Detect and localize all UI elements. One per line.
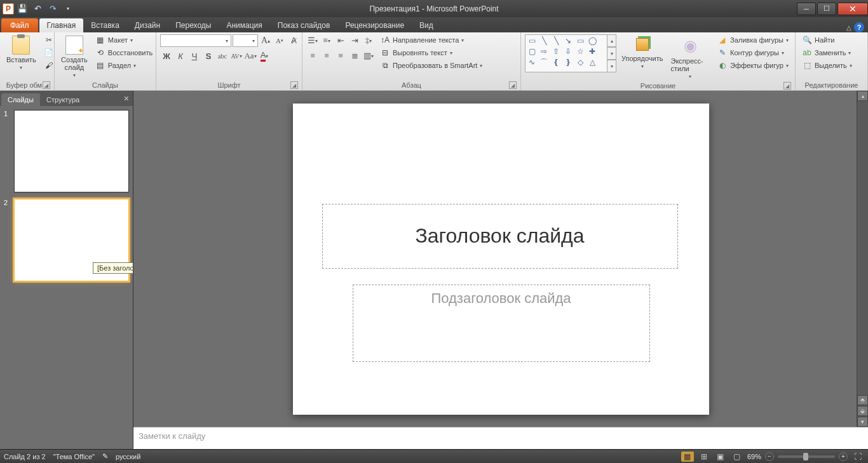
font-size-combo[interactable]: ▾ [233, 34, 258, 47]
shape-line-icon[interactable]: ╲ [539, 36, 549, 45]
title-placeholder[interactable]: Заголовок слайда [322, 204, 678, 269]
minimize-ribbon-icon[interactable]: △ [846, 24, 851, 31]
shape-triangle-icon[interactable]: △ [587, 58, 597, 67]
replace-button[interactable]: abЗаменить ▾ [799, 47, 855, 58]
shape-effects-button[interactable]: ◐Эффекты фигур ▾ [715, 60, 791, 71]
help-icon[interactable]: ? [854, 22, 864, 32]
zoom-slider-thumb[interactable] [803, 453, 808, 460]
shape-diamond-icon[interactable]: ◇ [575, 58, 585, 67]
paragraph-launcher[interactable]: ◢ [509, 81, 517, 89]
notes-pane[interactable]: Заметки к слайду [133, 427, 868, 449]
zoom-slider[interactable] [778, 455, 835, 458]
panel-tab-slides[interactable]: Слайды [1, 93, 40, 106]
section-button[interactable]: ▤Раздел ▾ [93, 60, 155, 71]
shape-star-icon[interactable]: ☆ [575, 47, 585, 56]
grow-font-button[interactable]: A▴ [259, 34, 272, 47]
undo-button[interactable]: ↶ [31, 2, 44, 16]
shape-arrow-r-icon[interactable]: ⇨ [539, 47, 549, 56]
tab-transitions[interactable]: Переходы [168, 18, 219, 32]
decrease-indent-button[interactable]: ⇤ [334, 34, 347, 47]
status-spellcheck-icon[interactable]: ✎ [102, 452, 108, 460]
shape-rounded-icon[interactable]: ▢ [527, 47, 537, 56]
bold-button[interactable]: Ж [160, 50, 173, 62]
strike-button[interactable]: S [202, 50, 215, 62]
italic-button[interactable]: К [174, 50, 187, 62]
shrink-font-button[interactable]: A▾ [273, 34, 286, 47]
align-left-button[interactable]: ≡ [306, 50, 319, 62]
tab-design[interactable]: Дизайн [127, 18, 168, 32]
clipboard-launcher[interactable]: ◢ [43, 81, 50, 89]
close-button[interactable]: ✕ [837, 3, 868, 15]
slide-thumbnail-1[interactable] [14, 110, 129, 192]
view-reading-button[interactable]: ▣ [714, 452, 727, 462]
select-button[interactable]: ⬚Выделить ▾ [799, 60, 855, 71]
reset-button[interactable]: ⟲Восстановить [93, 47, 155, 58]
align-center-button[interactable]: ≡ [320, 50, 333, 62]
file-tab[interactable]: Файл [1, 18, 38, 32]
tab-insert[interactable]: Вставка [83, 18, 127, 32]
underline-button[interactable]: Ч [188, 50, 201, 62]
shape-arrow-icon[interactable]: ↘ [563, 36, 573, 45]
shape-rect-icon[interactable]: ▭ [575, 36, 585, 45]
panel-tab-outline[interactable]: Структура [40, 93, 86, 106]
slide-canvas[interactable]: Заголовок слайда Подзаголовок слайда [293, 104, 709, 415]
shape-line2-icon[interactable]: ╲ [551, 36, 561, 45]
tab-view[interactable]: Вид [412, 18, 441, 32]
font-launcher[interactable]: ◢ [290, 81, 298, 89]
shapes-gallery[interactable]: ▭ ╲ ╲ ↘ ▭ ◯ ▢ ⇨ ⇧ ⇩ ☆ ✚ ∿ ⌒ ❴ ❵ ◇ [525, 34, 607, 72]
view-slideshow-button[interactable]: ▢ [731, 452, 743, 462]
tab-animation[interactable]: Анимация [219, 18, 269, 32]
find-button[interactable]: 🔍Найти [799, 34, 855, 46]
char-spacing-button[interactable]: AV▾ [230, 50, 243, 62]
gallery-down-button[interactable]: ▾ [607, 47, 616, 60]
text-direction-button[interactable]: ↕AНаправление текста ▾ [377, 34, 485, 46]
shape-curve2-icon[interactable]: ⌒ [539, 58, 549, 67]
align-right-button[interactable]: ≡ [334, 50, 347, 62]
qat-customize[interactable]: ▾ [61, 2, 75, 16]
numbering-button[interactable]: ≡▾ [320, 34, 333, 47]
convert-smartart-button[interactable]: ⧉Преобразовать в SmartArt ▾ [377, 60, 485, 71]
gallery-more-button[interactable]: ▾ [607, 60, 616, 72]
new-slide-button[interactable]: Создать слайд▾ [58, 34, 90, 79]
drawing-launcher[interactable]: ◢ [783, 82, 791, 90]
layout-button[interactable]: ▦Макет ▾ [93, 34, 155, 46]
panel-close-button[interactable]: × [124, 93, 129, 104]
quick-styles-button[interactable]: ◉ Экспресс-стили▾ [668, 34, 712, 81]
fit-to-window-button[interactable]: ⛶ [851, 452, 864, 462]
tab-slideshow[interactable]: Показ слайдов [270, 18, 338, 32]
bullets-button[interactable]: ☰▾ [306, 34, 319, 47]
scroll-up-button[interactable]: ▴ [857, 91, 868, 101]
shape-oval-icon[interactable]: ◯ [587, 36, 597, 45]
increase-indent-button[interactable]: ⇥ [348, 34, 361, 47]
minimize-button[interactable]: ─ [797, 3, 816, 15]
shadow-button[interactable]: abc [216, 50, 229, 62]
prev-slide-button[interactable]: ⬘ [857, 395, 868, 405]
subtitle-placeholder[interactable]: Подзаголовок слайда [353, 285, 650, 362]
change-case-button[interactable]: Aa▾ [244, 50, 257, 62]
vertical-scrollbar[interactable]: ▴ ⬘ ⬙ ▾ [857, 91, 868, 427]
gallery-up-button[interactable]: ▴ [607, 34, 616, 47]
maximize-button[interactable]: ☐ [817, 3, 836, 15]
arrange-button[interactable]: Упорядочить▾ [619, 34, 665, 70]
paste-button[interactable]: Вставить▾ [4, 34, 39, 72]
shape-arrow-d-icon[interactable]: ⇩ [563, 47, 573, 56]
shape-bracket2-icon[interactable]: ❵ [563, 58, 573, 67]
redo-button[interactable]: ↷ [46, 2, 60, 16]
zoom-percent[interactable]: 69% [747, 453, 761, 460]
next-slide-button[interactable]: ⬙ [857, 406, 868, 416]
font-family-combo[interactable]: ▾ [160, 34, 231, 47]
tab-home[interactable]: Главная [39, 18, 84, 32]
shape-outline-button[interactable]: ✎Контур фигуры ▾ [715, 47, 791, 58]
zoom-out-button[interactable]: − [765, 452, 774, 461]
shape-plus-icon[interactable]: ✚ [587, 47, 597, 56]
shape-textbox-icon[interactable]: ▭ [527, 36, 537, 45]
status-language[interactable]: русский [116, 453, 140, 460]
scroll-down-button[interactable]: ▾ [857, 417, 868, 427]
columns-button[interactable]: ▥▾ [362, 50, 375, 62]
justify-button[interactable]: ≣ [348, 50, 361, 62]
clear-format-button[interactable]: A̷ [287, 34, 300, 47]
font-color-button[interactable]: A▾ [258, 50, 271, 62]
align-text-button[interactable]: ⊟Выровнять текст ▾ [377, 47, 485, 58]
view-sorter-button[interactable]: ⊞ [698, 452, 710, 462]
shape-fill-button[interactable]: ◢Заливка фигуры ▾ [715, 34, 791, 46]
